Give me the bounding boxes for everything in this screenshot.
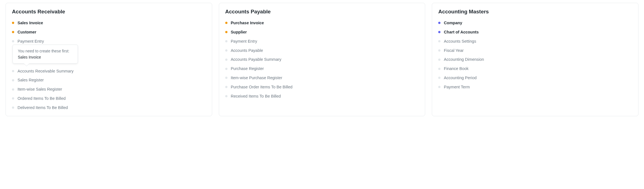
card-title: Accounts Payable	[225, 9, 419, 15]
status-indicator-icon	[438, 49, 440, 52]
status-indicator-icon	[438, 31, 440, 33]
item-label: Accounting Dimension	[444, 57, 484, 62]
item-delivered-to-be-billed[interactable]: Delivered Items To Be Billed	[12, 105, 206, 110]
item-label: Customer	[18, 30, 36, 35]
status-indicator-icon	[225, 49, 227, 52]
item-received-to-be-billed[interactable]: Received Items To Be Billed	[225, 94, 419, 99]
item-purchase-invoice[interactable]: Purchase Invoice	[225, 20, 419, 26]
status-indicator-icon	[438, 68, 440, 70]
item-itemwise-sales-register[interactable]: Item-wise Sales Register	[12, 87, 206, 92]
item-chart-of-accounts[interactable]: Chart of Accounts	[438, 30, 632, 35]
status-indicator-icon	[225, 40, 227, 42]
item-label: Received Items To Be Billed	[231, 94, 281, 99]
status-indicator-icon	[438, 86, 440, 88]
status-indicator-icon	[438, 40, 440, 42]
tooltip-required-item: Sales Invoice	[18, 55, 73, 59]
status-indicator-icon	[12, 88, 14, 91]
item-label: Payment Term	[444, 84, 470, 90]
item-label: Accounts Payable Summary	[231, 57, 281, 62]
dependency-tooltip: You need to create these first: Sales In…	[13, 45, 78, 64]
item-supplier[interactable]: Supplier	[225, 30, 419, 35]
item-label: Payment Entry	[231, 39, 257, 44]
item-ordered-to-be-billed[interactable]: Ordered Items To Be Billed	[12, 96, 206, 101]
item-label: Sales Invoice	[18, 20, 43, 26]
item-payment-entry[interactable]: Payment Entry	[225, 39, 419, 44]
item-label: Ordered Items To Be Billed	[18, 96, 66, 101]
item-itemwise-purchase-register[interactable]: Item-wise Purchase Register	[225, 75, 419, 81]
item-fiscal-year[interactable]: Fiscal Year	[438, 48, 632, 53]
status-indicator-icon	[12, 40, 14, 42]
item-label: Finance Book	[444, 66, 469, 71]
item-label: Supplier	[231, 30, 247, 35]
item-label: Item-wise Purchase Register	[231, 75, 282, 81]
item-label: Purchase Register	[231, 66, 264, 71]
status-indicator-icon	[225, 95, 227, 97]
item-payment-term[interactable]: Payment Term	[438, 84, 632, 90]
status-indicator-icon	[225, 86, 227, 88]
item-accounts-receivable-summary[interactable]: Accounts Receivable Summary	[12, 69, 206, 74]
item-label: Accounts Payable	[231, 48, 263, 53]
card-accounting-masters: Accounting Masters Company Chart of Acco…	[432, 3, 638, 116]
item-label: Purchase Invoice	[231, 20, 264, 26]
item-accounting-period[interactable]: Accounting Period	[438, 75, 632, 81]
item-label: Purchase Order Items To Be Billed	[231, 84, 293, 90]
card-title: Accounts Receivable	[12, 9, 206, 15]
status-indicator-icon	[438, 59, 440, 61]
item-label: Chart of Accounts	[444, 30, 479, 35]
status-indicator-icon	[225, 68, 227, 70]
status-indicator-icon	[225, 59, 227, 61]
card-title: Accounting Masters	[438, 9, 632, 15]
status-indicator-icon	[438, 77, 440, 79]
item-customer[interactable]: Customer	[12, 30, 206, 35]
item-label: Item-wise Sales Register	[18, 87, 62, 92]
item-sales-invoice[interactable]: Sales Invoice	[12, 20, 206, 26]
item-payment-entry[interactable]: Payment Entry	[12, 39, 206, 44]
status-indicator-icon	[225, 22, 227, 24]
card-accounts-payable: Accounts Payable Purchase Invoice Suppli…	[219, 3, 425, 116]
card-accounts-receivable: Accounts Receivable Sales Invoice Custom…	[6, 3, 212, 116]
card-items: Company Chart of Accounts Accounts Setti…	[438, 20, 632, 90]
item-purchase-order-to-be-billed[interactable]: Purchase Order Items To Be Billed	[225, 84, 419, 90]
status-indicator-icon	[12, 106, 14, 109]
item-purchase-register[interactable]: Purchase Register	[225, 66, 419, 71]
status-indicator-icon	[225, 31, 227, 33]
item-accounts-payable-summary[interactable]: Accounts Payable Summary	[225, 57, 419, 62]
item-label: Company	[444, 20, 462, 26]
item-label: Accounts Receivable Summary	[18, 69, 73, 74]
item-accounts-settings[interactable]: Accounts Settings	[438, 39, 632, 44]
item-company[interactable]: Company	[438, 20, 632, 26]
cards-row: Accounts Receivable Sales Invoice Custom…	[6, 3, 638, 116]
item-label: Sales Register	[18, 77, 44, 83]
item-label: Accounts Settings	[444, 39, 476, 44]
status-indicator-icon	[12, 97, 14, 100]
item-label: Fiscal Year	[444, 48, 464, 53]
status-indicator-icon	[12, 70, 14, 72]
status-indicator-icon	[438, 22, 440, 24]
item-sales-register[interactable]: Sales Register	[12, 77, 206, 83]
tooltip-anchor: You need to create these first: Sales In…	[12, 48, 206, 65]
status-indicator-icon	[225, 77, 227, 79]
item-label: Delivered Items To Be Billed	[18, 105, 68, 110]
item-accounts-payable[interactable]: Accounts Payable	[225, 48, 419, 53]
item-label: Payment Entry	[18, 39, 44, 44]
item-accounting-dimension[interactable]: Accounting Dimension	[438, 57, 632, 62]
card-items: Purchase Invoice Supplier Payment Entry …	[225, 20, 419, 99]
tooltip-prompt: You need to create these first:	[18, 49, 73, 53]
status-indicator-icon	[12, 22, 14, 24]
card-items: Sales Invoice Customer Payment Entry You…	[12, 20, 206, 110]
item-label: Accounting Period	[444, 75, 477, 81]
status-indicator-icon	[12, 31, 14, 33]
status-indicator-icon	[12, 79, 14, 81]
item-finance-book[interactable]: Finance Book	[438, 66, 632, 71]
